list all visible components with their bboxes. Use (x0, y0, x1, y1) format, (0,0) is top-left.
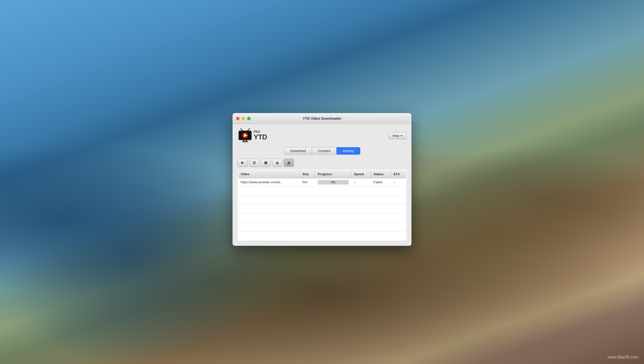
progress-bar-label: 0% (331, 180, 335, 184)
minimize-button[interactable] (242, 117, 245, 120)
tab-download[interactable]: Download (284, 147, 312, 155)
progress-bar-container: 0% (318, 180, 349, 185)
svg-line-2 (241, 129, 243, 131)
close-button[interactable] (236, 117, 240, 120)
col-header-video: Video (238, 170, 300, 178)
svg-marker-11 (287, 161, 290, 163)
app-window: YTD Video Downloader (233, 113, 411, 246)
stop-icon (264, 161, 267, 164)
svg-rect-10 (287, 163, 290, 164)
logo-area: PRO YTD (238, 128, 267, 143)
table-empty-row (238, 231, 406, 240)
help-button-label: Help (392, 134, 399, 138)
pause-icon (253, 161, 255, 164)
pause-button[interactable] (249, 159, 259, 167)
traffic-lights (236, 117, 251, 120)
play-button[interactable] (238, 159, 248, 167)
table-row[interactable]: https://www.youtube.com/w... N/A 0% -- F… (238, 178, 406, 186)
col-header-size: Size (300, 170, 315, 178)
cell-video: https://www.youtube.com/w... (238, 178, 300, 186)
logo-ytd-label: YTD (254, 133, 267, 141)
title-bar: YTD Video Downloader (233, 113, 411, 124)
svg-rect-12 (287, 164, 290, 164)
table-header-row: Video Size Progress Speed Status ETA (238, 170, 406, 178)
watermark: www.MacW.com (608, 355, 638, 359)
window-title: YTD Video Downloader (303, 116, 341, 120)
table-empty-row (238, 195, 406, 204)
table-empty-row (238, 222, 406, 231)
cell-progress: 0% (315, 178, 351, 186)
cell-size: N/A (300, 178, 315, 186)
col-header-speed: Speed (351, 170, 371, 178)
cell-eta: -- (391, 178, 406, 186)
col-header-progress: Progress (315, 170, 351, 178)
maximize-button[interactable] (247, 117, 251, 120)
window-content: PRO YTD Help ▼ Download Convert Activity (233, 124, 411, 246)
cell-status: Failed (371, 178, 391, 186)
app-logo-icon (238, 128, 253, 143)
col-header-eta: ETA (391, 170, 406, 178)
play-icon (241, 161, 244, 164)
svg-line-3 (248, 129, 250, 131)
remove-button[interactable] (272, 159, 282, 167)
table-empty-row (238, 213, 406, 222)
svg-rect-9 (242, 141, 248, 142)
table-empty-row (238, 204, 406, 213)
tab-convert[interactable]: Convert (312, 147, 337, 155)
help-button[interactable]: Help ▼ (389, 132, 406, 139)
tab-activity[interactable]: Activity (337, 147, 360, 155)
remove-icon (276, 161, 279, 164)
col-header-status: Status (371, 170, 391, 178)
toolbar (238, 159, 406, 167)
remove-all-icon (287, 161, 291, 165)
tabs-container: Download Convert Activity (238, 147, 406, 155)
activity-table: Video Size Progress Speed Status ETA htt… (238, 170, 406, 241)
app-header: PRO YTD Help ▼ (238, 128, 406, 143)
cell-speed: -- (351, 178, 371, 186)
stop-button[interactable] (261, 159, 271, 167)
remove-all-button[interactable] (284, 159, 294, 167)
table-empty-row (238, 186, 406, 195)
logo-text: PRO YTD (254, 130, 267, 141)
help-dropdown-icon: ▼ (400, 134, 403, 137)
